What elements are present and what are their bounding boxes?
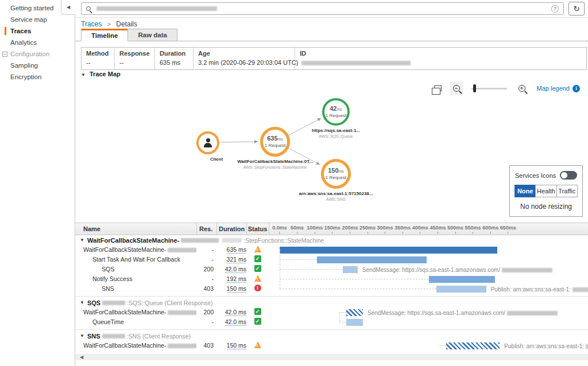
duration-link[interactable]: 150 ms bbox=[227, 285, 246, 293]
trace-row[interactable]: Notify Success-192 ms! bbox=[75, 274, 588, 284]
node-mode-buttons: None Health Traffic bbox=[514, 185, 578, 197]
trace-row[interactable]: WaitForCallbackStateMachine--635 ms! bbox=[75, 245, 588, 255]
breadcrumb-separator: > bbox=[107, 21, 111, 28]
zoom-in-button[interactable]: + bbox=[515, 81, 529, 95]
zoom-slider-handle[interactable] bbox=[473, 84, 476, 92]
duration-link[interactable]: 635 ms bbox=[227, 246, 246, 254]
trace-group-header[interactable]: ▼WaitForCallbackStateMachine-:StepFuncti… bbox=[75, 235, 588, 245]
sidebar-item-sampling[interactable]: Sampling bbox=[0, 60, 75, 71]
duration-link[interactable]: 150 ms bbox=[227, 342, 246, 349]
duration-bar[interactable] bbox=[429, 276, 495, 283]
refresh-icon: ↻ bbox=[573, 4, 580, 13]
redacted-search-text bbox=[96, 6, 217, 11]
mode-button-health[interactable]: Health bbox=[535, 185, 556, 197]
tab-bar: Timeline Raw data bbox=[81, 29, 177, 41]
person-icon bbox=[203, 138, 213, 147]
status-ok-icon: ✓ bbox=[254, 265, 261, 272]
duration-bar[interactable] bbox=[436, 286, 486, 293]
connector-line bbox=[280, 289, 436, 289]
map-node-state-machine[interactable]: 635ms 1 Request bbox=[260, 127, 290, 157]
row-duration: 635 ms bbox=[216, 246, 246, 253]
duration-bar[interactable] bbox=[446, 342, 500, 349]
horizontal-scrollbar[interactable]: ◀ bbox=[75, 354, 588, 360]
duration-link[interactable]: 42.0 ms bbox=[225, 309, 246, 316]
main-content: ? ↻ Traces > Details Timeline Raw data M… bbox=[75, 0, 588, 366]
timeline-ticks: 0.0ms50ms100ms150ms200ms250ms300ms350ms4… bbox=[269, 223, 588, 235]
group-name: SNS bbox=[87, 333, 100, 340]
scroll-left-icon[interactable]: ◀ bbox=[80, 355, 83, 360]
row-name: SQS bbox=[75, 266, 196, 272]
bar-annotation: SendMessage: https://sqs.sa-east-1.amazo… bbox=[362, 267, 554, 273]
connector-line bbox=[280, 279, 429, 279]
column-header-res: Res. bbox=[199, 225, 212, 232]
row-response-code: - bbox=[196, 275, 214, 282]
duration-bar[interactable] bbox=[343, 266, 358, 273]
trace-search-input[interactable]: ? bbox=[81, 2, 564, 15]
zoom-out-button[interactable]: − bbox=[450, 81, 463, 95]
duration-bar[interactable] bbox=[317, 256, 427, 263]
section-collapse-icon[interactable] bbox=[2, 52, 7, 57]
connector-bracket bbox=[339, 312, 340, 322]
breadcrumb: Traces > Details bbox=[81, 20, 137, 28]
row-duration: 192 ms bbox=[216, 275, 246, 282]
redacted-text bbox=[502, 268, 552, 272]
trace-segment-group: ▼SQS:SQS::Queue (Client Response)WaitFor… bbox=[75, 296, 588, 327]
status-ok-icon: ✓ bbox=[254, 308, 261, 315]
row-response-code: 403 bbox=[196, 342, 214, 349]
duration-link[interactable]: 42.0 ms bbox=[225, 266, 246, 273]
trace-row[interactable]: SQS20042.0 ms✓SendMessage: https://sqs.s… bbox=[75, 264, 588, 274]
map-node-sns[interactable]: 150ms 1 Request bbox=[321, 159, 351, 189]
row-timeline-cell: Publish: arn:aws:sns:sa-east-1: bbox=[269, 341, 588, 351]
refresh-button[interactable]: ↻ bbox=[568, 2, 585, 15]
sidebar-item-traces[interactable]: Traces bbox=[0, 25, 75, 37]
fit-view-icon[interactable] bbox=[434, 85, 442, 91]
trace-row[interactable]: WaitForCallbackStateMachine-403150 ms!Pu… bbox=[75, 341, 588, 351]
sidebar-item-encryption[interactable]: Encryption bbox=[0, 71, 75, 83]
connector-bracket bbox=[280, 250, 280, 289]
duration-link[interactable]: 192 ms bbox=[227, 275, 246, 283]
duration-link[interactable]: 42.0 ms bbox=[225, 318, 246, 326]
tab-raw-data[interactable]: Raw data bbox=[127, 29, 177, 41]
sidebar-item-analytics[interactable]: Analytics bbox=[0, 37, 75, 48]
mode-button-traffic[interactable]: Traffic bbox=[556, 185, 578, 197]
trace-row[interactable]: WaitForCallbackStateMachine-20042.0 ms✓S… bbox=[75, 307, 588, 317]
trace-map-canvas[interactable]: − + Map legend i Client 635ms 1 Request bbox=[75, 78, 588, 223]
connector-line bbox=[339, 322, 346, 322]
sidebar-item-configuration[interactable]: Configuration bbox=[0, 48, 75, 60]
duration-bar[interactable] bbox=[280, 247, 497, 254]
breadcrumb-traces-link[interactable]: Traces bbox=[81, 20, 102, 28]
trace-group-header[interactable]: ▼SNS:SNS (Client Response) bbox=[75, 331, 588, 341]
sidebar-collapse-button[interactable]: ◀ bbox=[61, 0, 75, 15]
trace-row[interactable]: QueueTime-42.0 ms✓ bbox=[75, 317, 588, 327]
trace-row[interactable]: SNS403150 ms!Publish: arn:aws:sns:sa-eas… bbox=[75, 284, 588, 294]
trace-group-header[interactable]: ▼SQS:SQS::Queue (Client Response) bbox=[75, 298, 588, 307]
services-icons-toggle[interactable] bbox=[560, 171, 577, 180]
trace-row[interactable]: Start Task And Wait For Callback-321 ms✓ bbox=[75, 255, 588, 264]
duration-bar[interactable] bbox=[346, 319, 363, 326]
row-status: ! bbox=[246, 275, 269, 282]
sidebar-item-label: Configuration bbox=[10, 50, 49, 57]
trace-segment-group: ▼SNS:SNS (Client Response)WaitForCallbac… bbox=[75, 329, 588, 351]
sidebar-item-service-map[interactable]: Service map bbox=[0, 14, 75, 25]
trace-map-section-header[interactable]: ▼ Trace Map bbox=[81, 71, 121, 77]
tick-label: 500ms bbox=[447, 225, 463, 234]
help-icon[interactable]: ? bbox=[551, 5, 559, 13]
zoom-slider[interactable] bbox=[471, 84, 507, 92]
breadcrumb-current: Details bbox=[116, 20, 137, 28]
map-node-client[interactable] bbox=[196, 131, 219, 154]
tab-timeline[interactable]: Timeline bbox=[81, 29, 128, 41]
group-name: SQS bbox=[87, 299, 100, 306]
mode-button-none[interactable]: None bbox=[514, 185, 536, 197]
redacted-text bbox=[168, 310, 196, 315]
duration-link[interactable]: 321 ms bbox=[227, 256, 246, 263]
row-status: ✓ bbox=[246, 308, 269, 315]
duration-bar[interactable] bbox=[346, 309, 363, 316]
row-timeline-cell bbox=[269, 245, 588, 255]
row-name: WaitForCallbackStateMachine- bbox=[75, 309, 196, 316]
zoom-out-icon: − bbox=[453, 85, 460, 92]
row-duration: 42.0 ms bbox=[216, 266, 246, 272]
row-duration: 150 ms bbox=[216, 285, 246, 292]
map-legend-link[interactable]: Map legend i bbox=[537, 85, 581, 92]
row-response-code: 200 bbox=[196, 266, 214, 272]
map-node-sqs-queue[interactable]: 42ms 1 Request bbox=[322, 98, 350, 126]
